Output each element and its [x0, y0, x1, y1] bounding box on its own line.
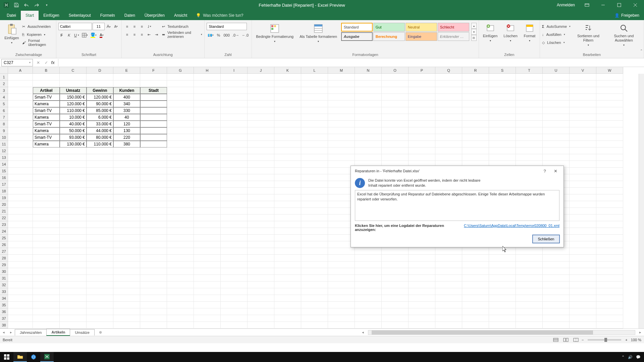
table-cell[interactable]: 130.000 € [60, 141, 87, 147]
table-cell[interactable]: 110.000 € [87, 141, 113, 147]
table-cell[interactable]: 44.000 € [87, 127, 113, 134]
insert-cells-button[interactable]: Einfügen▾ [481, 23, 499, 43]
table-cell[interactable]: 120 [113, 121, 140, 127]
tray-notifications-icon[interactable]: 💬 [636, 355, 641, 359]
delete-cells-button[interactable]: Löschen▾ [501, 23, 520, 43]
table-cell[interactable]: 40.000 € [60, 121, 87, 127]
start-button[interactable] [0, 352, 13, 362]
row-header-11[interactable]: 11 [0, 141, 8, 147]
tab-data[interactable]: Daten [120, 11, 140, 20]
row-header-23[interactable]: 23 [0, 221, 8, 228]
formula-input[interactable] [60, 59, 644, 66]
row-header-36[interactable]: 36 [0, 308, 8, 315]
cut-button[interactable]: ✂ Ausschneiden [22, 23, 54, 30]
style-schlecht[interactable]: Schlecht [438, 23, 469, 32]
col-header-B[interactable]: B [33, 67, 60, 74]
gallery-more-icon[interactable]: ⊟ [471, 35, 477, 41]
row-header-33[interactable]: 33 [0, 288, 8, 295]
task-browser[interactable] [27, 352, 40, 362]
number-format-select[interactable] [207, 23, 247, 30]
row-header-38[interactable]: 38 [0, 322, 8, 328]
table-cell[interactable] [140, 141, 167, 147]
style-berechnung[interactable]: Berechnung [373, 32, 405, 41]
row-header-29[interactable]: 29 [0, 261, 8, 268]
col-header-V[interactable]: V [570, 67, 596, 74]
table-cell[interactable]: 90.000 € [87, 101, 113, 107]
align-middle-icon[interactable]: ≡ [131, 23, 138, 30]
sort-filter-button[interactable]: Sortieren und Filtern▾ [573, 23, 604, 47]
gallery-up-icon[interactable]: ▴ [471, 23, 477, 29]
tab-pagelayout[interactable]: Seitenlayout [64, 11, 96, 20]
redo-icon[interactable] [33, 1, 40, 9]
row-header-8[interactable]: 8 [0, 121, 8, 127]
font-name-select[interactable] [58, 23, 92, 30]
zoom-level[interactable]: 100 % [631, 338, 641, 342]
add-sheet-icon[interactable]: ⊕ [97, 329, 104, 336]
col-header-P[interactable]: P [409, 67, 435, 74]
row-header-19[interactable]: 19 [0, 194, 8, 201]
col-header-N[interactable]: N [355, 67, 382, 74]
style-standard[interactable]: Standard [341, 23, 373, 32]
row-header-26[interactable]: 26 [0, 241, 8, 248]
row-header-25[interactable]: 25 [0, 235, 8, 241]
table-cell[interactable]: 340 [113, 101, 140, 107]
col-header-M[interactable]: M [328, 67, 355, 74]
tab-view[interactable]: Ansicht [169, 11, 192, 20]
col-header-T[interactable]: T [516, 67, 543, 74]
align-bottom-icon[interactable]: ≡ [139, 23, 145, 30]
col-header-C[interactable]: C [60, 67, 87, 74]
tab-file[interactable]: Datei [2, 11, 21, 20]
font-color-button[interactable]: A▾ [98, 32, 105, 39]
tray-up-icon[interactable]: ⌃ [622, 355, 625, 359]
table-header[interactable]: Artikel [33, 87, 60, 94]
currency-icon[interactable]: 💶▾ [207, 32, 215, 39]
close-icon[interactable] [628, 0, 643, 10]
table-cell[interactable] [140, 134, 167, 141]
table-cell[interactable] [140, 94, 167, 101]
conditional-formatting-button[interactable]: Bedingte Formatierung▾ [254, 23, 296, 44]
row-header-28[interactable]: 28 [0, 255, 8, 261]
table-cell[interactable]: 130 [113, 127, 140, 134]
task-explorer[interactable] [13, 352, 27, 362]
table-cell[interactable] [140, 127, 167, 134]
col-header-W[interactable]: W [596, 67, 623, 74]
col-header-R[interactable]: R [462, 67, 489, 74]
wrap-text-button[interactable]: ↩ Textumbruch [162, 23, 202, 30]
border-button[interactable]: ▾ [81, 32, 89, 39]
increase-font-icon[interactable]: A▴ [105, 23, 112, 30]
row-header-32[interactable]: 32 [0, 282, 8, 288]
paste-button[interactable]: Einfügen ▾ [3, 23, 20, 45]
row-header-1[interactable]: 1 [0, 74, 8, 80]
table-cell[interactable]: 330 [113, 107, 140, 114]
dialog-close-icon[interactable]: ✕ [551, 168, 559, 174]
table-header[interactable]: Umsatz [60, 87, 87, 94]
orientation-icon[interactable]: ⤸▾ [146, 23, 153, 30]
col-header-O[interactable]: O [382, 67, 409, 74]
row-header-35[interactable]: 35 [0, 302, 8, 308]
view-pagebreak-icon[interactable] [572, 337, 580, 343]
fill-button[interactable]: ↓ Ausfüllen ▾ [542, 31, 571, 38]
thousands-icon[interactable]: 000 [223, 32, 231, 39]
col-header-L[interactable]: L [301, 67, 328, 74]
row-header-34[interactable]: 34 [0, 295, 8, 302]
table-cell[interactable]: 150.000 € [60, 94, 87, 101]
row-header-7[interactable]: 7 [0, 114, 8, 121]
row-header-10[interactable]: 10 [0, 134, 8, 141]
table-cell[interactable]: 50.000 € [60, 127, 87, 134]
table-cell[interactable]: 220 [113, 134, 140, 141]
task-excel[interactable] [40, 352, 54, 362]
row-header-21[interactable]: 21 [0, 208, 8, 215]
table-header[interactable]: Gewinn [87, 87, 113, 94]
table-cell[interactable]: Smart-TV [33, 94, 60, 101]
row-header-13[interactable]: 13 [0, 154, 8, 161]
table-cell[interactable]: 93.000 € [60, 134, 87, 141]
table-cell[interactable]: Kamera [33, 101, 60, 107]
table-cell[interactable] [140, 101, 167, 107]
name-box[interactable]: C327 ▾ [1, 59, 33, 66]
dialog-close-button[interactable]: Schließen [533, 235, 559, 243]
row-header-20[interactable]: 20 [0, 201, 8, 208]
row-header-12[interactable]: 12 [0, 147, 8, 154]
row-header-15[interactable]: 15 [0, 168, 8, 174]
zoom-slider[interactable] [588, 339, 621, 341]
table-cell[interactable]: 110.000 € [60, 107, 87, 114]
